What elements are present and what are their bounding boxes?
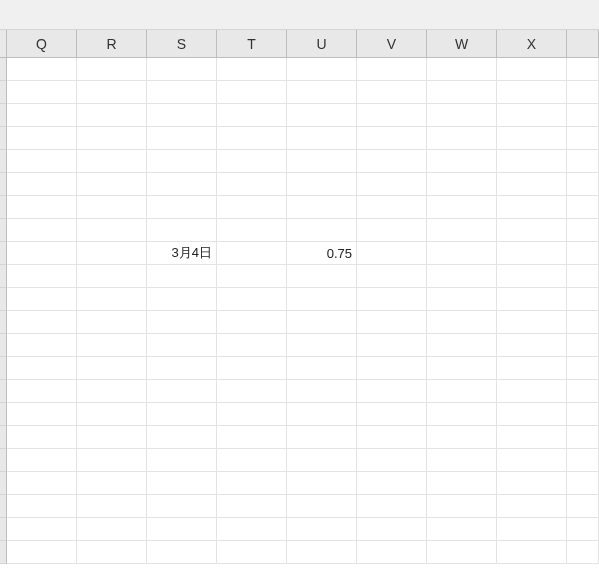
cell-t-11[interactable] [217,311,287,334]
column-header-v[interactable]: V [357,30,427,57]
cell-t-14[interactable] [217,380,287,403]
cell-s-20[interactable] [147,518,217,541]
row-header[interactable] [0,403,7,426]
cell-q-19[interactable] [7,495,77,518]
row-header[interactable] [0,472,7,495]
cell-x-18[interactable] [497,472,567,495]
cell-u-9[interactable] [287,265,357,288]
cell-r-2[interactable] [77,104,147,127]
cell-r-9[interactable] [77,265,147,288]
cell-q-6[interactable] [7,196,77,219]
cell-q-4[interactable] [7,150,77,173]
cell-u-2[interactable] [287,104,357,127]
cell-x-4[interactable] [497,150,567,173]
cell-s-5[interactable] [147,173,217,196]
cell-t-1[interactable] [217,81,287,104]
row-header[interactable] [0,127,7,150]
cell-x-5[interactable] [497,173,567,196]
cell-t-8[interactable] [217,242,287,265]
row-header[interactable] [0,242,7,265]
cell-u-10[interactable] [287,288,357,311]
row-header[interactable] [0,150,7,173]
cell-r-19[interactable] [77,495,147,518]
cell-partial-17[interactable] [567,449,599,472]
cell-r-0[interactable] [77,58,147,81]
cell-s-21[interactable] [147,541,217,564]
cell-r-20[interactable] [77,518,147,541]
cell-r-14[interactable] [77,380,147,403]
cell-s-8[interactable]: 3月4日 [147,242,217,265]
cell-x-11[interactable] [497,311,567,334]
cell-t-13[interactable] [217,357,287,380]
cell-q-20[interactable] [7,518,77,541]
cell-v-1[interactable] [357,81,427,104]
cell-w-13[interactable] [427,357,497,380]
row-header[interactable] [0,173,7,196]
cell-u-3[interactable] [287,127,357,150]
cell-partial-11[interactable] [567,311,599,334]
column-header-x[interactable]: X [497,30,567,57]
row-header[interactable] [0,426,7,449]
cell-q-2[interactable] [7,104,77,127]
cell-q-12[interactable] [7,334,77,357]
cell-x-17[interactable] [497,449,567,472]
cell-u-6[interactable] [287,196,357,219]
cell-partial-10[interactable] [567,288,599,311]
cell-q-5[interactable] [7,173,77,196]
row-header[interactable] [0,495,7,518]
cell-t-7[interactable] [217,219,287,242]
cell-q-14[interactable] [7,380,77,403]
cell-w-5[interactable] [427,173,497,196]
column-header-q[interactable]: Q [7,30,77,57]
cell-v-16[interactable] [357,426,427,449]
cell-t-18[interactable] [217,472,287,495]
cell-q-0[interactable] [7,58,77,81]
cell-x-20[interactable] [497,518,567,541]
cell-x-6[interactable] [497,196,567,219]
cell-x-19[interactable] [497,495,567,518]
cell-s-2[interactable] [147,104,217,127]
cell-w-20[interactable] [427,518,497,541]
row-header[interactable] [0,357,7,380]
row-header[interactable] [0,196,7,219]
cell-u-11[interactable] [287,311,357,334]
cell-q-10[interactable] [7,288,77,311]
cell-q-17[interactable] [7,449,77,472]
cell-x-12[interactable] [497,334,567,357]
cell-t-21[interactable] [217,541,287,564]
cell-r-3[interactable] [77,127,147,150]
cell-u-13[interactable] [287,357,357,380]
cell-s-9[interactable] [147,265,217,288]
column-header-r[interactable]: R [77,30,147,57]
cell-w-14[interactable] [427,380,497,403]
cell-w-9[interactable] [427,265,497,288]
cell-q-7[interactable] [7,219,77,242]
cell-w-8[interactable] [427,242,497,265]
cell-s-18[interactable] [147,472,217,495]
cell-t-3[interactable] [217,127,287,150]
cell-partial-7[interactable] [567,219,599,242]
column-header-w[interactable]: W [427,30,497,57]
cell-partial-14[interactable] [567,380,599,403]
cell-w-6[interactable] [427,196,497,219]
cell-q-21[interactable] [7,541,77,564]
cell-x-7[interactable] [497,219,567,242]
cell-u-7[interactable] [287,219,357,242]
cell-v-4[interactable] [357,150,427,173]
cell-q-13[interactable] [7,357,77,380]
cell-partial-2[interactable] [567,104,599,127]
cell-w-1[interactable] [427,81,497,104]
cell-x-8[interactable] [497,242,567,265]
cell-r-11[interactable] [77,311,147,334]
cell-q-15[interactable] [7,403,77,426]
cell-v-9[interactable] [357,265,427,288]
cell-t-15[interactable] [217,403,287,426]
cell-w-17[interactable] [427,449,497,472]
cell-r-1[interactable] [77,81,147,104]
cell-w-10[interactable] [427,288,497,311]
cell-s-0[interactable] [147,58,217,81]
cell-s-14[interactable] [147,380,217,403]
cell-u-8[interactable]: 0.75 [287,242,357,265]
cell-x-13[interactable] [497,357,567,380]
cell-v-6[interactable] [357,196,427,219]
